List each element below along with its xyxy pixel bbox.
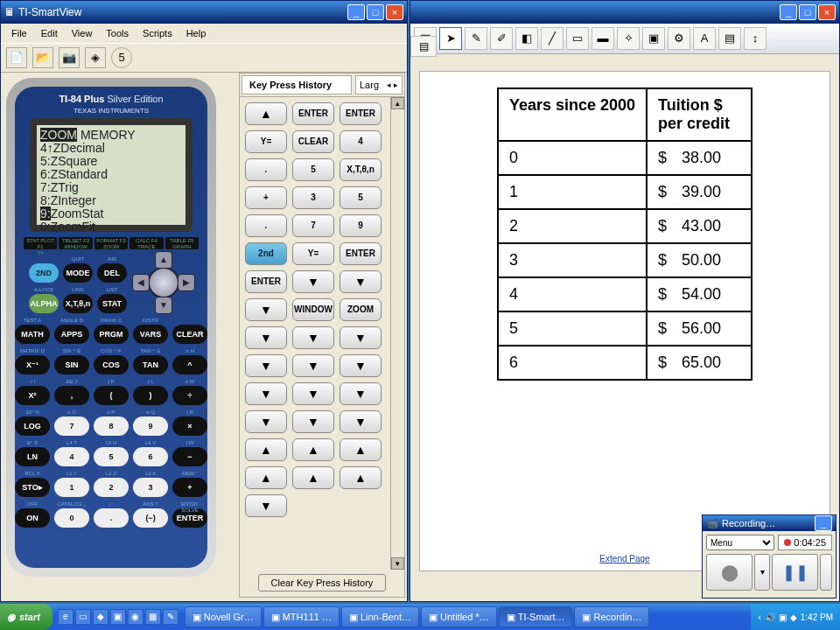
notebook-titlebar[interactable]: _ □ × [410,1,839,24]
key-tan[interactable]: TAN [133,355,168,374]
key-xtn[interactable]: X,T,θ,n [63,294,93,313]
rec-dropdown-button[interactable]: ▾ [754,554,770,591]
key-x[interactable]: X² [15,386,50,405]
key-del[interactable]: DEL [97,263,127,283]
scroll-up-icon[interactable]: ▴ [391,97,404,109]
key-enter[interactable]: ENTER [172,508,207,528]
tb-new-icon[interactable]: 📄 [6,47,27,68]
key-[interactable]: + [172,478,207,497]
key-vars[interactable]: VARS [133,325,168,344]
key-mode[interactable]: MODE [63,263,93,283]
key-[interactable]: . [94,508,129,528]
key-on[interactable]: ON [15,508,50,528]
taskbar-task[interactable]: ▣MTH111 … [263,606,340,627]
system-tray[interactable]: ‹ 🔊 ▣ ◆ 1:42 PM [751,604,840,630]
menu-file[interactable]: File [6,26,32,40]
rec-titlebar[interactable]: 📹 Recording… _ [703,515,836,531]
tool-highlighter-icon[interactable]: ▬ [592,27,614,50]
key-sto[interactable]: STO▸ [15,478,50,497]
kph-size[interactable]: Larg [355,75,402,94]
fkey-zoom[interactable]: FORMAT F3ZOOM [94,237,128,249]
key-ln[interactable]: LN [15,447,50,466]
nb-close-button[interactable]: × [818,4,836,20]
key-[interactable]: (−) [133,508,168,528]
rec-minimize-button[interactable]: _ [815,515,832,531]
ql-app1-icon[interactable]: ◆ [93,609,108,625]
key-[interactable]: − [172,447,207,466]
tool-shape-icon[interactable]: ▭ [566,27,589,50]
ql-app3-icon[interactable]: ◉ [128,609,144,625]
tool-color-icon[interactable]: ▤ [718,27,741,50]
ti-titlebar[interactable]: 🖩TI-SmartView _ □ × [1,1,407,24]
menu-tools[interactable]: Tools [101,26,134,40]
key-[interactable]: , [54,386,89,405]
taskbar-task[interactable]: ▣Novell Gr… [185,606,262,627]
fkey-trace[interactable]: CALC F4TRACE [130,237,163,249]
scroll-down-icon[interactable]: ▾ [391,557,404,570]
dpad-center[interactable] [148,267,179,298]
fkey-graph[interactable]: TABLE F5GRAPH [165,237,199,249]
key-[interactable]: ( [94,386,129,405]
ql-app2-icon[interactable]: ▣ [110,609,126,625]
dpad-left[interactable]: ◀ [132,274,150,291]
close-button[interactable]: × [386,4,403,20]
rec-pause-button[interactable]: ❚❚ [772,554,818,591]
tb-screenshot-icon[interactable]: 📷 [59,47,80,68]
tray-icon[interactable]: 🔊 [765,612,775,622]
key-0[interactable]: 0 [54,508,89,528]
tool-pointer-icon[interactable]: ➤ [439,27,462,50]
menu-view[interactable]: View [66,26,98,40]
rec-menu-dropdown[interactable]: Menu [706,535,774,550]
tool-eraser-icon[interactable]: ◧ [515,27,538,50]
nb-maximize-button[interactable]: □ [799,4,816,20]
fkey-y[interactable]: STAT PLOT F1Y= [24,237,57,249]
key-[interactable]: ^ [172,355,207,374]
dpad-down[interactable]: ▼ [155,297,172,314]
start-button[interactable]: ◉ start [0,604,52,630]
tray-icon2[interactable]: ▣ [779,612,787,622]
key-math[interactable]: MATH [15,325,50,344]
key-1[interactable]: 1 [54,478,89,497]
extend-page-link[interactable]: Extend Page [599,554,649,564]
kph-scrollbar[interactable]: ▴ ▾ [390,97,404,570]
tool-move-icon[interactable]: ↕ [744,27,766,50]
key-[interactable]: × [172,416,207,436]
clear-kph-button[interactable]: Clear Key Press History [258,574,387,592]
ql-ie-icon[interactable]: e [58,609,74,625]
key-2nd[interactable]: 2ND [29,263,59,283]
taskbar-task[interactable]: ▣Untitled *… [421,606,497,627]
tool-creative-pen-icon[interactable]: ✐ [490,27,513,50]
key-9[interactable]: 9 [133,416,168,436]
key-6[interactable]: 6 [133,447,168,466]
key-2[interactable]: 2 [94,478,129,497]
key-[interactable]: ÷ [172,386,207,405]
tray-clock[interactable]: 1:42 PM [801,612,833,622]
taskbar-task[interactable]: ▣TI-Smart… [499,606,573,627]
key-alpha[interactable]: ALPHA [29,294,59,313]
tool-properties-icon[interactable]: ⚙ [668,27,690,50]
dpad-up[interactable]: ▲ [155,251,172,269]
rec-stop-button[interactable] [820,554,832,591]
tool-line-icon[interactable]: ╱ [541,27,564,50]
key-cos[interactable]: COS [94,355,129,374]
key-sin[interactable]: SIN [54,355,89,374]
fkey-window[interactable]: TBLSET F2WINDOW [59,237,92,249]
ql-app4-icon[interactable]: ▦ [145,609,161,625]
minimize-button[interactable]: _ [347,4,365,20]
menu-edit[interactable]: Edit [36,26,63,40]
key-stat[interactable]: STAT [97,294,127,313]
notebook-page[interactable]: Years since 2000Tuition $ per credit 0$ … [419,71,830,571]
key-log[interactable]: LOG [15,416,50,436]
tab-pages-icon[interactable]: ▤ [410,36,437,57]
taskbar-task[interactable]: ▣Recordin… [574,606,649,627]
tool-pen-icon[interactable]: ✎ [465,27,487,50]
tool-magic-pen-icon[interactable]: ✧ [617,27,640,50]
key-[interactable]: ) [133,386,168,405]
key-x[interactable]: X⁻¹ [15,355,50,374]
rec-record-button[interactable]: ⬤ [706,554,752,591]
nb-minimize-button[interactable]: _ [780,4,797,20]
maximize-button[interactable]: □ [367,4,384,20]
key-8[interactable]: 8 [94,416,129,436]
tb-steps-icon[interactable]: 5 [111,47,132,68]
dpad-right[interactable]: ▶ [178,274,195,291]
